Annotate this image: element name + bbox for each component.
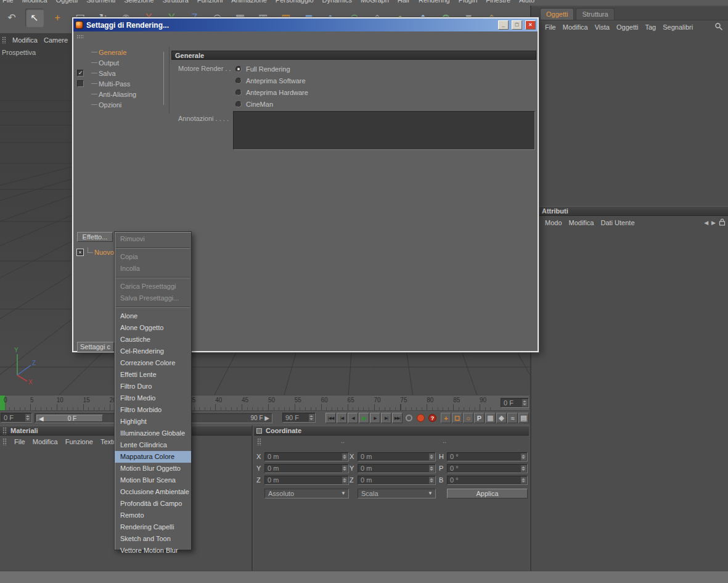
apply-button[interactable]: Applica: [447, 489, 528, 498]
menubar-item[interactable]: File: [2, 0, 14, 4]
context-menu-item[interactable]: Filtro Morbido: [115, 404, 191, 416]
record-parameter-icon[interactable]: P: [474, 413, 485, 423]
tree-item-checkbox[interactable]: [77, 70, 84, 76]
record-pla-icon[interactable]: ▦: [485, 413, 496, 423]
next-key-button[interactable]: ▶|: [381, 413, 391, 423]
render-engine-radio[interactable]: Anteprima Hardware: [235, 86, 308, 98]
settings-tree-item[interactable]: Anti-Aliasing: [73, 89, 169, 99]
effect-enable-checkbox[interactable]: ×: [76, 249, 84, 256]
goto-end-button[interactable]: ▶▶|: [392, 413, 403, 423]
materials-menu-grip[interactable]: [2, 438, 7, 445]
coordinate-field[interactable]: 0 m: [358, 452, 436, 461]
field-spinner-arrows[interactable]: [521, 477, 526, 484]
current-frame-field[interactable]: 0 F: [501, 398, 529, 408]
context-menu-item[interactable]: Filtro Medio: [115, 392, 191, 404]
settings-tree-item[interactable]: Output: [73, 57, 169, 68]
lock-icon[interactable]: [719, 218, 726, 227]
field-spinner-arrows[interactable]: [521, 453, 526, 460]
mat-menu-funzione[interactable]: Funzione: [65, 438, 93, 445]
track-filter-icon[interactable]: ▤: [518, 413, 529, 423]
record-position-icon[interactable]: +: [441, 413, 451, 423]
end-frame-spinner-arrows[interactable]: [309, 414, 314, 421]
history-forward-icon[interactable]: ▶: [711, 220, 716, 226]
goto-start-button[interactable]: |◀◀: [325, 413, 336, 423]
annotations-textarea[interactable]: [233, 111, 535, 150]
record-rotation-icon[interactable]: ○: [463, 413, 473, 423]
dialog-titlebar[interactable]: Settaggi di Rendering... _ □ ×: [73, 19, 538, 31]
attr-menu-modo[interactable]: Modo: [545, 219, 562, 226]
effect-button[interactable]: Effetto...: [77, 232, 113, 242]
context-menu-item[interactable]: Rimuovi: [115, 233, 191, 245]
viewport-menu-grip[interactable]: [2, 36, 6, 44]
context-menu-item[interactable]: Correzione Colore: [115, 357, 191, 369]
materials-panel-grip[interactable]: [2, 427, 7, 434]
prev-frame-button[interactable]: ◀: [348, 413, 358, 423]
context-menu-item[interactable]: Lente Cilindrica: [115, 439, 191, 451]
field-spinner-arrows[interactable]: [521, 465, 526, 472]
menubar-item[interactable]: Struttura: [163, 0, 189, 4]
context-menu-item[interactable]: [116, 277, 190, 278]
context-menu-item[interactable]: Motion Blur Oggetto: [115, 463, 191, 474]
menubar-item[interactable]: Hair: [398, 0, 410, 4]
context-menu-item[interactable]: Mappatura Colore: [115, 451, 191, 463]
timeline-ruler[interactable]: 051015202530354045505560657075808590 0 F: [0, 395, 529, 411]
coordinate-field[interactable]: 0 °: [447, 452, 528, 461]
next-frame-button[interactable]: ▶: [370, 413, 380, 423]
coordinate-field[interactable]: 0 m: [358, 464, 436, 473]
menubar-item[interactable]: Modifica: [22, 0, 47, 4]
render-engine-radio[interactable]: CineMan: [235, 98, 308, 110]
interpolation-icon[interactable]: ≈: [507, 413, 518, 423]
tree-item-checkbox[interactable]: [77, 80, 84, 87]
context-menu-item[interactable]: Caustiche: [115, 334, 191, 345]
position-mode-dropdown[interactable]: Assoluto▼: [264, 489, 349, 498]
menubar-item[interactable]: Dynamics: [322, 0, 352, 4]
coordinate-field[interactable]: 0 °: [447, 476, 528, 485]
menubar-item[interactable]: Animazione: [231, 0, 266, 4]
menubar-item[interactable]: Rendering: [419, 0, 450, 4]
settings-tree-item[interactable]: Opzioni: [73, 99, 169, 110]
context-menu-item[interactable]: Alone: [115, 310, 191, 322]
coordinates-grip[interactable]: [257, 438, 261, 445]
settings-tree-item[interactable]: Salva: [73, 68, 169, 78]
record-keyframes-icon[interactable]: [415, 413, 426, 423]
help-icon[interactable]: ?: [427, 413, 438, 423]
om-menu-segnalibri[interactable]: Segnalibri: [663, 23, 693, 31]
om-menu-oggetti[interactable]: Oggetti: [616, 23, 638, 31]
coordinate-field[interactable]: 0 m: [264, 476, 349, 485]
viewport-menu-modifica[interactable]: Modifica: [12, 36, 38, 44]
attr-menu-modifica[interactable]: Modifica: [569, 219, 594, 226]
history-back-icon[interactable]: ◀: [704, 220, 708, 226]
field-spinner-arrows[interactable]: [429, 477, 435, 484]
field-spinner-arrows[interactable]: [342, 453, 348, 460]
attr-menu-dati-utente[interactable]: Dati Utente: [601, 219, 635, 226]
manager-tab[interactable]: Struttura: [576, 8, 614, 20]
context-menu-item[interactable]: Incolla: [115, 263, 191, 275]
menubar-item[interactable]: Funzioni: [197, 0, 223, 4]
play-button[interactable]: ▶: [359, 413, 369, 423]
field-spinner-arrows[interactable]: [429, 453, 435, 460]
menubar-item[interactable]: Personaggio: [276, 0, 314, 4]
current-time-field[interactable]: 0 F: [1, 413, 32, 423]
context-menu-item[interactable]: Alone Oggetto: [115, 322, 191, 334]
context-menu-item[interactable]: Vettore Motion Blur: [115, 545, 191, 556]
mat-menu-file[interactable]: File: [14, 438, 25, 445]
context-menu-item[interactable]: Profondità di Campo: [115, 498, 191, 510]
context-menu-item[interactable]: Effetti Lente: [115, 369, 191, 381]
maximize-button[interactable]: □: [512, 20, 522, 30]
menubar-item[interactable]: Plugin: [459, 0, 478, 4]
coordinate-field[interactable]: 0 °: [447, 464, 528, 473]
end-frame-field[interactable]: 90 F: [282, 413, 316, 423]
context-menu-item[interactable]: Filtro Duro: [115, 381, 191, 392]
context-menu-item[interactable]: Cel-Rendering: [115, 345, 191, 357]
context-menu-item[interactable]: [116, 307, 190, 308]
current-time-spinner-arrows[interactable]: [25, 414, 31, 421]
settings-preset-button[interactable]: Settaggi c: [77, 342, 114, 352]
menubar-item[interactable]: Finestre: [486, 0, 510, 4]
mat-menu-modifica[interactable]: Modifica: [33, 438, 58, 445]
context-menu-item[interactable]: Salva Presettaggi...: [115, 292, 191, 304]
search-icon[interactable]: [714, 22, 723, 32]
field-spinner-arrows[interactable]: [342, 477, 348, 484]
move-tool-icon[interactable]: +: [48, 9, 67, 27]
menubar-item[interactable]: Aiuto: [519, 0, 534, 4]
viewport-menu-camere[interactable]: Camere: [44, 36, 68, 44]
